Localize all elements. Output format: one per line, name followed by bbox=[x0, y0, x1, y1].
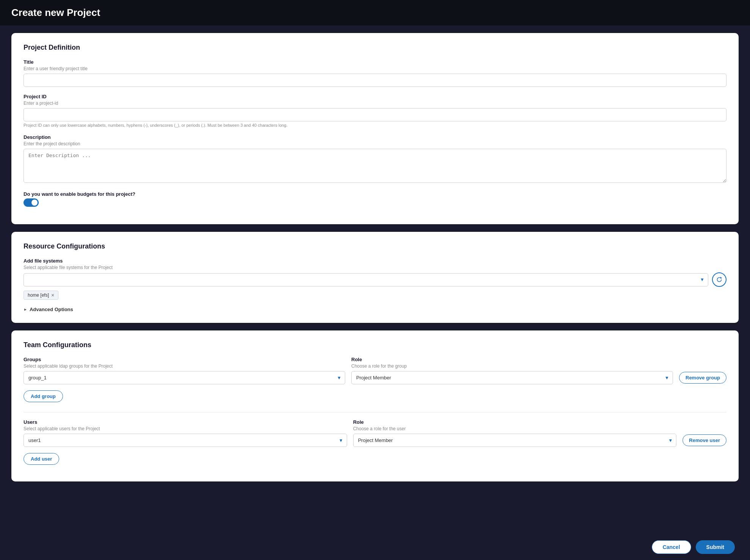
groups-role-hint: Choose a role for the group bbox=[351, 363, 673, 369]
title-label: Title bbox=[24, 59, 726, 65]
toggle-track bbox=[24, 198, 39, 207]
file-systems-hint: Select applicable file systems for the P… bbox=[24, 265, 726, 270]
file-system-row: ▼ bbox=[24, 272, 726, 287]
advanced-options-label: Advanced Options bbox=[30, 307, 73, 312]
users-role-col: Role Choose a role for the user Project … bbox=[353, 419, 677, 447]
groups-hint: Select applicable ldap groups for the Pr… bbox=[24, 363, 345, 369]
description-hint: Enter the project description bbox=[24, 141, 726, 146]
groups-col: Groups Select applicable ldap groups for… bbox=[24, 357, 345, 384]
title-input[interactable] bbox=[24, 74, 726, 87]
groups-select-wrapper: group_1 ▼ bbox=[24, 371, 345, 384]
refresh-icon bbox=[716, 277, 722, 283]
groups-role-col: Role Choose a role for the group Project… bbox=[351, 357, 673, 384]
resource-configurations-title: Resource Configurations bbox=[24, 242, 726, 250]
submit-button[interactable]: Submit bbox=[696, 540, 735, 554]
users-role-select-wrapper: Project Member ▼ bbox=[353, 434, 677, 447]
users-role-hint: Choose a role for the user bbox=[353, 426, 677, 431]
groups-role-label: Role bbox=[351, 357, 673, 362]
file-system-tag-label: home [efs] bbox=[28, 293, 49, 298]
team-configurations-title: Team Configurations bbox=[24, 341, 726, 349]
groups-row: Groups Select applicable ldap groups for… bbox=[24, 357, 726, 384]
budget-toggle[interactable] bbox=[24, 198, 39, 207]
add-user-button[interactable]: Add user bbox=[24, 453, 59, 465]
budget-toggle-label: Do you want to enable budgets for this p… bbox=[24, 191, 726, 197]
title-hint: Enter a user friendly project title bbox=[24, 66, 726, 71]
users-select[interactable]: user1 bbox=[24, 434, 347, 447]
groups-role-select-wrapper: Project Member ▼ bbox=[351, 371, 673, 384]
groups-role-select[interactable]: Project Member bbox=[351, 371, 673, 384]
file-systems-group: Add file systems Select applicable file … bbox=[24, 258, 726, 300]
groups-label: Groups bbox=[24, 357, 345, 362]
footer-actions: Cancel Submit bbox=[0, 534, 750, 560]
file-system-select[interactable] bbox=[24, 273, 708, 286]
add-group-button[interactable]: Add group bbox=[24, 390, 63, 402]
users-role-select[interactable]: Project Member bbox=[353, 434, 677, 447]
description-field-group: Description Enter the project descriptio… bbox=[24, 134, 726, 184]
users-hint: Select applicable users for the Project bbox=[24, 426, 347, 431]
page-title: Create new Project bbox=[11, 7, 739, 19]
file-system-tag: home [efs] × bbox=[24, 291, 58, 300]
description-label: Description bbox=[24, 134, 726, 140]
team-configurations-card: Team Configurations Groups Select applic… bbox=[11, 330, 739, 481]
page-content: Project Definition Title Enter a user fr… bbox=[0, 25, 750, 512]
project-definition-title: Project Definition bbox=[24, 44, 726, 52]
description-input[interactable] bbox=[24, 149, 726, 183]
users-role-label: Role bbox=[353, 419, 677, 425]
advanced-options-toggle[interactable]: ► Advanced Options bbox=[24, 307, 726, 312]
resource-configurations-card: Resource Configurations Add file systems… bbox=[11, 232, 739, 323]
title-field-group: Title Enter a user friendly project titl… bbox=[24, 59, 726, 87]
file-system-tag-remove[interactable]: × bbox=[51, 293, 54, 298]
groups-select[interactable]: group_1 bbox=[24, 371, 345, 384]
teams-divider bbox=[24, 412, 726, 412]
cancel-button[interactable]: Cancel bbox=[652, 540, 691, 554]
remove-user-button[interactable]: Remove user bbox=[682, 434, 726, 446]
project-id-label: Project ID bbox=[24, 94, 726, 99]
file-system-select-wrapper: ▼ bbox=[24, 273, 708, 286]
budget-toggle-group: Do you want to enable budgets for this p… bbox=[24, 191, 726, 207]
project-definition-card: Project Definition Title Enter a user fr… bbox=[11, 33, 739, 224]
users-label: Users bbox=[24, 419, 347, 425]
project-id-input[interactable] bbox=[24, 108, 726, 121]
project-id-field-group: Project ID Enter a project-id Project ID… bbox=[24, 94, 726, 127]
budget-toggle-row bbox=[24, 198, 726, 207]
toggle-thumb bbox=[31, 200, 38, 206]
project-id-hint-below: Project ID can only use lowercase alphab… bbox=[24, 123, 726, 127]
remove-group-button[interactable]: Remove group bbox=[679, 372, 726, 384]
refresh-button[interactable] bbox=[712, 272, 726, 287]
project-id-hint: Enter a project-id bbox=[24, 101, 726, 106]
page-header: Create new Project bbox=[0, 0, 750, 25]
users-col: Users Select applicable users for the Pr… bbox=[24, 419, 347, 447]
file-systems-label: Add file systems bbox=[24, 258, 726, 264]
users-row: Users Select applicable users for the Pr… bbox=[24, 419, 726, 447]
advanced-options-arrow: ► bbox=[24, 307, 27, 311]
users-select-wrapper: user1 ▼ bbox=[24, 434, 347, 447]
